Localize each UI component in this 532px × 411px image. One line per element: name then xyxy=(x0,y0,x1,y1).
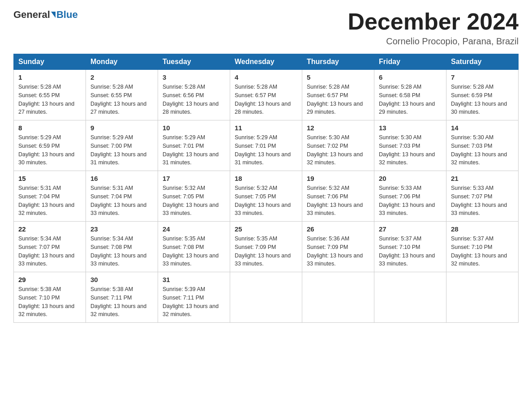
day-number: 8 xyxy=(18,124,81,132)
column-header-tuesday: Tuesday xyxy=(158,54,230,70)
column-header-friday: Friday xyxy=(374,54,446,70)
calendar-header-row: SundayMondayTuesdayWednesdayThursdayFrid… xyxy=(14,54,519,70)
day-number: 11 xyxy=(235,124,297,132)
calendar-table: SundayMondayTuesdayWednesdayThursdayFrid… xyxy=(13,54,519,323)
day-number: 16 xyxy=(90,175,153,182)
column-header-saturday: Saturday xyxy=(446,54,519,70)
calendar-cell xyxy=(446,272,519,323)
logo: General Blue xyxy=(13,9,78,21)
column-header-sunday: Sunday xyxy=(14,54,86,70)
day-info: Sunrise: 5:36 AMSunset: 7:09 PMDaylight:… xyxy=(307,235,369,268)
calendar-cell: 6Sunrise: 5:28 AMSunset: 6:58 PMDaylight… xyxy=(374,70,446,120)
calendar-cell: 9Sunrise: 5:29 AMSunset: 7:00 PMDaylight… xyxy=(86,120,158,171)
day-number: 13 xyxy=(379,124,442,132)
day-info: Sunrise: 5:37 AMSunset: 7:10 PMDaylight:… xyxy=(451,235,514,268)
day-number: 3 xyxy=(163,73,225,81)
week-row-1: 1Sunrise: 5:28 AMSunset: 6:55 PMDaylight… xyxy=(14,70,519,120)
day-info: Sunrise: 5:29 AMSunset: 7:00 PMDaylight:… xyxy=(90,133,153,167)
day-info: Sunrise: 5:34 AMSunset: 7:07 PMDaylight:… xyxy=(18,235,81,268)
day-info: Sunrise: 5:33 AMSunset: 7:07 PMDaylight:… xyxy=(451,184,514,218)
day-info: Sunrise: 5:28 AMSunset: 6:55 PMDaylight:… xyxy=(18,83,81,116)
week-row-3: 15Sunrise: 5:31 AMSunset: 7:04 PMDayligh… xyxy=(14,171,519,222)
logo-general-text: General xyxy=(13,9,50,21)
day-info: Sunrise: 5:28 AMSunset: 6:56 PMDaylight:… xyxy=(163,83,225,116)
day-info: Sunrise: 5:30 AMSunset: 7:03 PMDaylight:… xyxy=(451,133,514,167)
day-number: 10 xyxy=(163,124,225,132)
calendar-cell: 10Sunrise: 5:29 AMSunset: 7:01 PMDayligh… xyxy=(158,120,230,171)
column-header-monday: Monday xyxy=(86,54,158,70)
calendar-cell: 25Sunrise: 5:35 AMSunset: 7:09 PMDayligh… xyxy=(230,222,302,272)
calendar-cell: 3Sunrise: 5:28 AMSunset: 6:56 PMDaylight… xyxy=(158,70,230,120)
calendar-cell: 19Sunrise: 5:32 AMSunset: 7:06 PMDayligh… xyxy=(302,171,374,222)
day-info: Sunrise: 5:28 AMSunset: 6:57 PMDaylight:… xyxy=(307,83,369,116)
day-number: 1 xyxy=(18,73,81,81)
calendar-cell: 2Sunrise: 5:28 AMSunset: 6:55 PMDaylight… xyxy=(86,70,158,120)
calendar-cell: 20Sunrise: 5:33 AMSunset: 7:06 PMDayligh… xyxy=(374,171,446,222)
calendar-cell: 27Sunrise: 5:37 AMSunset: 7:10 PMDayligh… xyxy=(374,222,446,272)
day-number: 23 xyxy=(90,225,153,233)
day-number: 17 xyxy=(163,175,225,182)
calendar-cell: 12Sunrise: 5:30 AMSunset: 7:02 PMDayligh… xyxy=(302,120,374,171)
day-number: 24 xyxy=(163,225,225,233)
day-info: Sunrise: 5:28 AMSunset: 6:57 PMDaylight:… xyxy=(235,83,297,116)
day-info: Sunrise: 5:31 AMSunset: 7:04 PMDaylight:… xyxy=(90,184,153,218)
day-info: Sunrise: 5:34 AMSunset: 7:08 PMDaylight:… xyxy=(90,235,153,268)
calendar-cell: 15Sunrise: 5:31 AMSunset: 7:04 PMDayligh… xyxy=(14,171,86,222)
calendar-cell: 14Sunrise: 5:30 AMSunset: 7:03 PMDayligh… xyxy=(446,120,519,171)
day-info: Sunrise: 5:32 AMSunset: 7:05 PMDaylight:… xyxy=(163,184,225,218)
day-number: 25 xyxy=(235,225,297,233)
week-row-2: 8Sunrise: 5:29 AMSunset: 6:59 PMDaylight… xyxy=(14,120,519,171)
day-info: Sunrise: 5:30 AMSunset: 7:03 PMDaylight:… xyxy=(379,133,442,167)
header: General Blue December 2024 Cornelio Proc… xyxy=(13,9,519,47)
day-info: Sunrise: 5:29 AMSunset: 6:59 PMDaylight:… xyxy=(18,133,81,167)
day-info: Sunrise: 5:29 AMSunset: 7:01 PMDaylight:… xyxy=(235,133,297,167)
calendar-cell: 28Sunrise: 5:37 AMSunset: 7:10 PMDayligh… xyxy=(446,222,519,272)
calendar-cell xyxy=(230,272,302,323)
day-number: 5 xyxy=(307,73,369,81)
week-row-4: 22Sunrise: 5:34 AMSunset: 7:07 PMDayligh… xyxy=(14,222,519,272)
calendar-cell: 18Sunrise: 5:32 AMSunset: 7:05 PMDayligh… xyxy=(230,171,302,222)
day-number: 31 xyxy=(163,276,225,283)
calendar-title: December 2024 xyxy=(348,9,519,34)
day-info: Sunrise: 5:28 AMSunset: 6:55 PMDaylight:… xyxy=(90,83,153,116)
calendar-cell: 24Sunrise: 5:35 AMSunset: 7:08 PMDayligh… xyxy=(158,222,230,272)
day-info: Sunrise: 5:29 AMSunset: 7:01 PMDaylight:… xyxy=(163,133,225,167)
day-info: Sunrise: 5:28 AMSunset: 6:58 PMDaylight:… xyxy=(379,83,442,116)
calendar-cell: 31Sunrise: 5:39 AMSunset: 7:11 PMDayligh… xyxy=(158,272,230,323)
calendar-cell: 29Sunrise: 5:38 AMSunset: 7:10 PMDayligh… xyxy=(14,272,86,323)
day-info: Sunrise: 5:38 AMSunset: 7:10 PMDaylight:… xyxy=(18,285,81,319)
calendar-cell: 22Sunrise: 5:34 AMSunset: 7:07 PMDayligh… xyxy=(14,222,86,272)
day-number: 9 xyxy=(90,124,153,132)
calendar-cell: 7Sunrise: 5:28 AMSunset: 6:59 PMDaylight… xyxy=(446,70,519,120)
calendar-cell: 30Sunrise: 5:38 AMSunset: 7:11 PMDayligh… xyxy=(86,272,158,323)
column-header-wednesday: Wednesday xyxy=(230,54,302,70)
day-number: 26 xyxy=(307,225,369,233)
day-number: 15 xyxy=(18,175,81,182)
day-number: 27 xyxy=(379,225,442,233)
calendar-cell: 5Sunrise: 5:28 AMSunset: 6:57 PMDaylight… xyxy=(302,70,374,120)
week-row-5: 29Sunrise: 5:38 AMSunset: 7:10 PMDayligh… xyxy=(14,272,519,323)
day-info: Sunrise: 5:28 AMSunset: 6:59 PMDaylight:… xyxy=(451,83,514,116)
logo-blue-text: Blue xyxy=(56,9,78,21)
calendar-cell: 23Sunrise: 5:34 AMSunset: 7:08 PMDayligh… xyxy=(86,222,158,272)
calendar-cell: 26Sunrise: 5:36 AMSunset: 7:09 PMDayligh… xyxy=(302,222,374,272)
title-area: December 2024 Cornelio Procopio, Parana,… xyxy=(348,9,519,47)
day-number: 19 xyxy=(307,175,369,182)
calendar-subtitle: Cornelio Procopio, Parana, Brazil xyxy=(348,36,519,47)
logo-triangle-icon xyxy=(51,12,56,18)
day-number: 4 xyxy=(235,73,297,81)
day-info: Sunrise: 5:32 AMSunset: 7:05 PMDaylight:… xyxy=(235,184,297,218)
calendar-cell: 1Sunrise: 5:28 AMSunset: 6:55 PMDaylight… xyxy=(14,70,86,120)
calendar-cell: 11Sunrise: 5:29 AMSunset: 7:01 PMDayligh… xyxy=(230,120,302,171)
day-number: 28 xyxy=(451,225,514,233)
day-number: 14 xyxy=(451,124,514,132)
day-number: 20 xyxy=(379,175,442,182)
day-info: Sunrise: 5:37 AMSunset: 7:10 PMDaylight:… xyxy=(379,235,442,268)
day-number: 22 xyxy=(18,225,81,233)
calendar-cell: 16Sunrise: 5:31 AMSunset: 7:04 PMDayligh… xyxy=(86,171,158,222)
day-number: 12 xyxy=(307,124,369,132)
calendar-cell xyxy=(302,272,374,323)
day-info: Sunrise: 5:35 AMSunset: 7:09 PMDaylight:… xyxy=(235,235,297,268)
calendar-cell xyxy=(374,272,446,323)
day-number: 18 xyxy=(235,175,297,182)
